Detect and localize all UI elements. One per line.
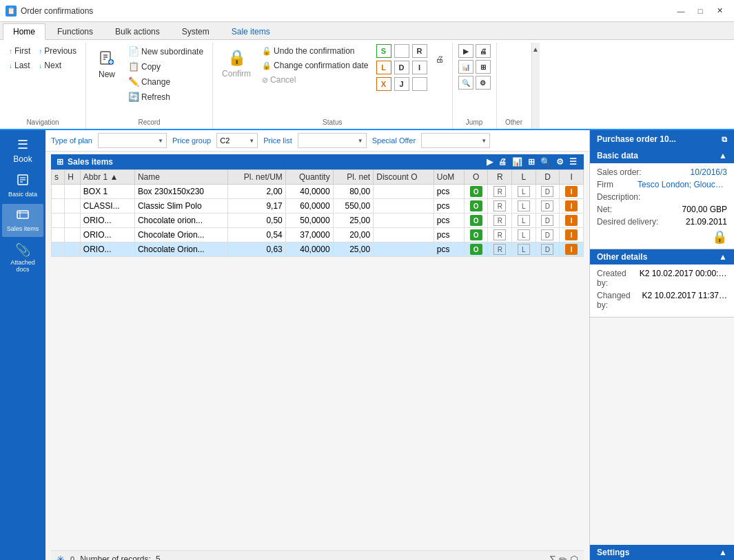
table-row[interactable]: CLASSI... Classic Slim Polo 9,17 60,0000… [52,199,584,214]
sidebar-item-sales-items[interactable]: Sales items [2,204,43,237]
cell-abbr: BOX 1 [80,185,134,199]
print-button[interactable]: 🖨 [433,44,447,83]
copy-button[interactable]: 📋 Copy [125,59,207,74]
sidebar-item-attached-docs[interactable]: 📎 Attached docs [2,238,43,278]
undo-icon: 🔓 [262,47,272,56]
cell-abbr: ORIO... [80,242,134,257]
next-icon: ↓ [39,62,42,70]
table-menu-btn[interactable]: ☰ [568,157,578,167]
ribbon-collapse-button[interactable]: ▲ [531,43,540,129]
change-confirmation-date-button[interactable]: 🔒 Change confirmation date [258,59,371,72]
table-row[interactable]: BOX 1 Box 230x150x230 2,00 40,0000 80,00… [52,185,584,199]
cell-r: R [488,214,512,228]
copy-icon: 📋 [128,61,139,72]
status-btn-r[interactable]: R [412,44,427,58]
new-icon [97,48,116,68]
footer-export-btn[interactable]: ⬡ [570,554,578,560]
confirm-button[interactable]: 🔒 Confirm [218,44,254,83]
cell-l: L [512,214,536,228]
table-scroll[interactable]: s H Abbr 1 ▲ Name Pl. net/UM Quantity Pl… [51,169,584,550]
jump-btn-chart[interactable]: 📊 [458,60,473,74]
price-list-select[interactable]: ▼ [298,133,367,148]
last-button[interactable]: ↓ Last [6,59,34,72]
minimize-button[interactable]: — [672,4,690,18]
ribbon-group-navigation: ↑ First ↓ Last ↑ Previous ↓ Next Navi [0,43,86,129]
status-btn-d[interactable]: D [394,61,409,74]
sidebar-item-basic-data[interactable]: Basic data [2,169,43,203]
type-of-plan-select[interactable]: ▼ [98,133,167,148]
status-btn-s[interactable]: S [376,44,391,58]
ribbon-tabs: Home Functions Bulk actions System Sale … [0,22,734,40]
tab-sale-items[interactable]: Sale items [221,23,281,39]
footer-sum-btn[interactable]: ∑ [549,554,556,560]
right-panel-expand-icon[interactable]: ⧉ [722,135,727,144]
first-button[interactable]: ↑ First [6,44,34,58]
status-btn-j[interactable]: J [394,77,409,91]
status-btn-i[interactable]: I [412,61,427,74]
ribbon-group-jump: ▶ 🖨 📊 ⊞ 🔍 ⚙ Jump [453,43,497,129]
tab-system[interactable]: System [172,23,220,39]
jump-btn-grid[interactable]: ⊞ [476,60,491,74]
special-offer-select[interactable]: ▼ [421,133,490,148]
cell-r: R [488,242,512,257]
table-gear-btn[interactable]: ⚙ [555,157,565,167]
jump-btn-search[interactable]: 🔍 [458,76,473,90]
col-abbr[interactable]: Abbr 1 ▲ [80,170,134,185]
status-btn-l[interactable]: L [376,61,391,74]
table-play-btn[interactable]: ▶ [485,157,494,167]
lock-icon: 🔒 [597,229,727,245]
footer-settings-icon[interactable]: ✳ [57,554,65,560]
other-details-section-header[interactable]: Other details ▲ [590,249,734,265]
tab-bulk-actions[interactable]: Bulk actions [105,23,170,39]
cell-s [52,185,65,199]
table-header-actions: ▶ 🖨 📊 ⊞ 🔍 ⚙ ☰ [485,157,578,167]
next-button[interactable]: ↓ Next [35,59,80,72]
previous-button[interactable]: ↑ Previous [35,44,80,58]
table-grid-btn[interactable]: ⊞ [527,157,536,167]
col-discount: Discount O [374,170,434,185]
table-print-btn[interactable]: 🖨 [497,157,508,167]
basic-data-section-header[interactable]: Basic data ▲ [590,148,734,163]
net-row: Net: 700,00 GBP [597,205,727,214]
settings-section-header[interactable]: Settings ▲ [590,545,734,560]
new-subordinate-button[interactable]: 📄 New subordinate [125,44,207,59]
table-chart-btn[interactable]: 📊 [511,157,524,167]
firm-row: Firm Tesco London; Gloucester R... [597,180,727,189]
app-icon: 📋 [6,6,17,17]
status-btn-empty1[interactable] [394,44,409,58]
status-btn-x[interactable]: X [376,77,391,91]
jump-btn-gear[interactable]: ⚙ [476,76,491,90]
changed-by-row: Changed by: K2 10.02.2017 11:37:58 [597,291,727,310]
cell-r: R [488,185,512,199]
cell-uom: pcs [434,242,464,257]
panel-section-other-details: Other details ▲ Created by: K2 10.02.201… [590,249,734,318]
table-row[interactable]: ORIO... Chocolate Orion... 0,63 40,0000 … [52,242,584,257]
svg-rect-11 [17,211,28,218]
table-search-btn[interactable]: 🔍 [539,157,552,167]
change-button[interactable]: ✏️ Change [125,74,207,89]
close-button[interactable]: ✕ [711,4,728,18]
cancel-button[interactable]: ⊘ Cancel [258,73,371,87]
content-area: Type of plan ▼ Price group C2 ▼ Price li… [45,130,589,560]
tab-functions[interactable]: Functions [47,23,103,39]
status-btn-empty2[interactable] [412,77,427,91]
table-row[interactable]: ORIO... Chocolate Orion... 0,54 37,0000 … [52,228,584,242]
jump-btn-print[interactable]: 🖨 [476,44,491,58]
basic-data-content: Sales order: 10/2016/3 Firm Tesco London… [590,163,734,249]
price-group-select[interactable]: C2 ▼ [216,133,258,148]
maximize-button[interactable]: □ [691,4,709,18]
panel-section-settings: Settings ▲ Bus. year 2022 ▼ Warehouse [590,545,734,560]
refresh-button[interactable]: 🔄 Refresh [125,90,207,104]
cell-o: O [464,242,488,257]
table-row[interactable]: ORIO... Chocolate orion... 0,50 50,0000 … [52,214,584,228]
cell-d: D [536,242,560,257]
sidebar-item-book[interactable]: ☰ Book [2,133,43,168]
undo-confirmation-button[interactable]: 🔓 Undo the confirmation [258,44,371,58]
attached-docs-icon: 📎 [15,242,30,258]
footer-edit-btn[interactable]: ✏ [559,554,567,560]
tab-home[interactable]: Home [3,23,45,40]
new-button[interactable]: New [92,44,122,83]
panel-section-basic-data: Basic data ▲ Sales order: 10/2016/3 Firm… [590,148,734,249]
jump-btn-play[interactable]: ▶ [458,44,473,58]
price-list-chevron: ▼ [358,138,363,144]
